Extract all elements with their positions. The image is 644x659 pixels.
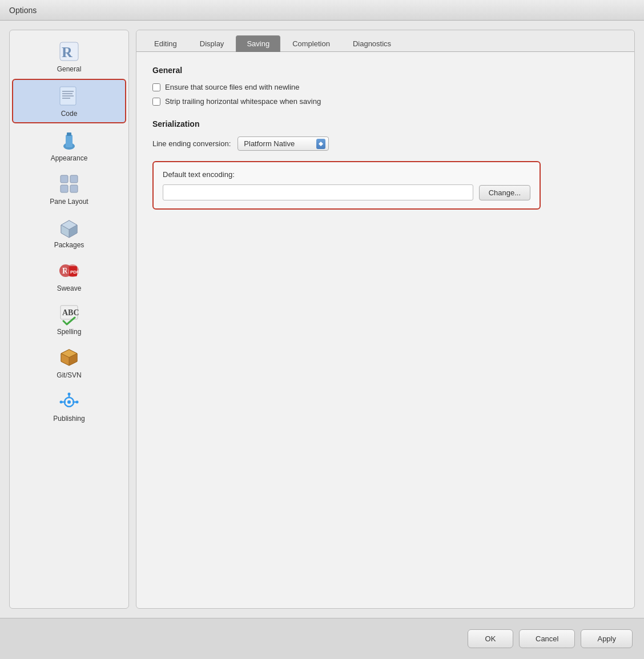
- sidebar-item-publishing[interactable]: Publishing: [12, 385, 126, 427]
- svg-text:ABC: ABC: [62, 308, 79, 317]
- encoding-box: Default text encoding: Change...: [152, 161, 541, 210]
- checkbox-whitespace[interactable]: [152, 98, 160, 106]
- sidebar-label-general: General: [57, 65, 82, 73]
- sidebar-label-appearance: Appearance: [51, 154, 88, 162]
- tab-editing[interactable]: Editing: [143, 35, 188, 52]
- sidebar-item-packages[interactable]: Packages: [12, 211, 126, 254]
- footer: OK Cancel Apply: [0, 618, 644, 659]
- svg-rect-10: [61, 175, 68, 183]
- change-button[interactable]: Change...: [479, 185, 530, 200]
- checkbox-newline[interactable]: [152, 83, 160, 91]
- sweave-icon: Rn PDF: [58, 259, 80, 282]
- svg-text:PDF: PDF: [70, 270, 79, 275]
- svg-rect-11: [70, 175, 78, 183]
- svg-point-35: [60, 401, 63, 404]
- tab-saving[interactable]: Saving: [236, 35, 280, 52]
- line-ending-select[interactable]: Platform Native Windows (CR/LF) Posix (L…: [238, 136, 329, 151]
- cancel-button[interactable]: Cancel: [519, 629, 575, 648]
- appearance-icon: [58, 129, 80, 152]
- general-section-title: General: [152, 66, 618, 75]
- svg-point-36: [76, 401, 79, 404]
- sidebar-label-code: Code: [61, 110, 78, 118]
- sidebar-item-code[interactable]: Code: [12, 79, 126, 123]
- title-bar: Options: [0, 0, 644, 21]
- svg-rect-9: [67, 132, 71, 136]
- encoding-label: Default text encoding:: [163, 170, 530, 179]
- line-ending-select-wrapper: Platform Native Windows (CR/LF) Posix (L…: [238, 136, 329, 151]
- tabs-bar: Editing Display Saving Completion Diagno…: [136, 30, 634, 52]
- sidebar-label-sweave: Sweave: [57, 284, 82, 292]
- spelling-icon: ABC: [58, 303, 80, 326]
- sidebar-item-pane-layout[interactable]: Pane Layout: [12, 168, 126, 210]
- sidebar-item-appearance[interactable]: Appearance: [12, 124, 126, 167]
- sidebar-label-gitsvn: Git/SVN: [57, 371, 81, 379]
- dialog-body: R General Code: [0, 21, 644, 618]
- content-area: Editing Display Saving Completion Diagno…: [136, 30, 635, 609]
- publishing-icon: [58, 389, 80, 412]
- checkbox-row-whitespace: Strip trailing horizontal whitespace whe…: [152, 97, 618, 106]
- sidebar-label-spelling: Spelling: [57, 328, 82, 336]
- dialog-title: Options: [9, 6, 37, 15]
- encoding-field-row: Change...: [163, 184, 530, 200]
- packages-icon: [58, 216, 80, 239]
- tab-completion[interactable]: Completion: [281, 35, 341, 52]
- svg-rect-13: [70, 185, 78, 192]
- checkbox-newline-label: Ensure that source files end with newlin…: [165, 83, 300, 91]
- sidebar-item-general[interactable]: R General: [12, 35, 126, 78]
- gitsvn-icon: [58, 346, 80, 369]
- sidebar-label-publishing: Publishing: [53, 415, 84, 423]
- encoding-input[interactable]: [163, 184, 473, 200]
- svg-point-33: [67, 400, 71, 404]
- sidebar-item-gitsvn[interactable]: Git/SVN: [12, 341, 126, 384]
- sidebar-item-spelling[interactable]: ABC Spelling: [12, 298, 126, 340]
- svg-rect-8: [66, 135, 73, 147]
- general-icon: R: [58, 40, 80, 63]
- code-icon: [58, 85, 80, 107]
- sidebar: R General Code: [9, 30, 129, 609]
- line-ending-label: Line ending conversion:: [152, 139, 231, 148]
- svg-point-34: [68, 393, 71, 396]
- svg-text:R: R: [62, 44, 73, 61]
- sidebar-label-packages: Packages: [54, 241, 84, 249]
- serialization-section-title: Serialization: [152, 119, 618, 128]
- checkbox-whitespace-label: Strip trailing horizontal whitespace whe…: [165, 97, 321, 106]
- sidebar-label-pane-layout: Pane Layout: [50, 198, 88, 206]
- svg-rect-12: [61, 185, 68, 192]
- tab-diagnostics[interactable]: Diagnostics: [342, 35, 402, 52]
- apply-button[interactable]: Apply: [581, 629, 633, 648]
- main-content: General Ensure that source files end wit…: [136, 52, 634, 608]
- checkbox-row-newline: Ensure that source files end with newlin…: [152, 83, 618, 91]
- tab-display[interactable]: Display: [189, 35, 235, 52]
- sidebar-item-sweave[interactable]: Rn PDF Sweave: [12, 255, 126, 297]
- ok-button[interactable]: OK: [468, 629, 513, 648]
- line-ending-row: Line ending conversion: Platform Native …: [152, 136, 618, 151]
- pane-layout-icon: [58, 172, 80, 195]
